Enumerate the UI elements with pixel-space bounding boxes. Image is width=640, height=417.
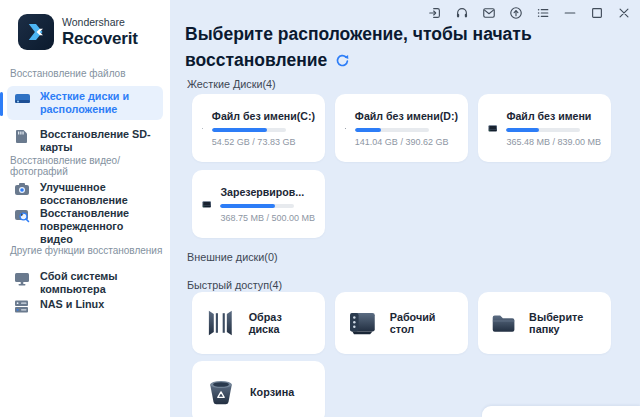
selected-indicator <box>0 92 3 116</box>
refresh-icon[interactable] <box>335 49 350 75</box>
drive-capacity: 368.75 MB / 500.00 MB <box>220 213 315 223</box>
hard-disks-section-label: Жесткие Диски(4) <box>187 78 276 90</box>
quick-access-label: Рабочий стол <box>390 311 456 335</box>
nas-server-icon <box>14 299 32 318</box>
quick-access-recycle-bin[interactable]: Корзина <box>192 361 325 417</box>
sidebar-item-label: Восстановление поврежденного видео <box>40 207 152 246</box>
recoverit-logo-icon <box>18 14 54 50</box>
sidebar-section-file-recovery: Восстановление файлов <box>10 68 125 79</box>
drive-card-c[interactable]: Файл без имени(C:) 54.52 GB / 73.83 GB <box>192 94 325 162</box>
drive-name: Файл без имени(C:) <box>212 110 315 122</box>
drive-usage-fill <box>220 204 275 208</box>
quick-access-label: Образ диска <box>249 311 313 335</box>
page-title: Выберите расположение, чтобы начать восс… <box>185 21 577 75</box>
drive-usage-bar <box>506 128 580 132</box>
sidebar-item-label: Жесткие диски и расположение <box>40 90 148 116</box>
sidebar-item-sd-card[interactable]: Восстановление SD-карты <box>7 124 163 158</box>
drive-capacity: 365.48 MB / 839.00 MB <box>506 137 601 147</box>
computer-icon <box>14 271 32 290</box>
hard-drive-icon <box>14 91 32 110</box>
brand-text: Wondershare Recoverit <box>62 17 138 48</box>
quick-access-label: Выберите папку <box>529 311 599 335</box>
page-title-text: Выберите расположение, чтобы начать восс… <box>185 24 532 70</box>
drive-name: Файл без имени <box>506 110 601 122</box>
drive-usage-fill <box>355 128 382 132</box>
quick-access-desktop[interactable]: Рабочий стол <box>335 292 468 354</box>
folder-icon <box>490 308 517 338</box>
external-disks-section-label: Внешние диски(0) <box>187 251 278 263</box>
brand-product: Recoverit <box>62 30 138 47</box>
drive-card-d[interactable]: Файл без имени(D:) 141.04 GB / 390.62 GB <box>335 94 468 162</box>
sidebar-item-video-repair[interactable]: Восстановление поврежденного видео <box>7 203 163 250</box>
app-logo: Wondershare Recoverit <box>18 14 138 50</box>
quick-access-label: Корзина <box>250 386 294 398</box>
sidebar-item-label: NAS и Linux <box>40 298 104 311</box>
drive-name: Зарезервиров... <box>220 186 315 198</box>
bottom-right-panel <box>482 406 640 417</box>
drive-icon <box>488 113 497 144</box>
sidebar: Wondershare Recoverit Восстановление фай… <box>0 0 170 417</box>
drive-usage-bar <box>355 128 429 132</box>
main-content: Выберите расположение, чтобы начать восс… <box>170 0 640 417</box>
drive-icon <box>345 113 346 144</box>
drive-card-reserved[interactable]: Зарезервиров... 368.75 MB / 500.00 MB <box>192 170 325 238</box>
quick-access-select-folder[interactable]: Выберите папку <box>478 292 611 354</box>
drive-usage-bar <box>212 128 286 132</box>
quick-access-section-label: Быстрый доступ(4) <box>187 279 282 291</box>
sidebar-section-video-photo: Восстановление видео/фотографий <box>10 155 170 177</box>
sidebar-item-hard-drives[interactable]: Жесткие диски и расположение <box>7 86 163 120</box>
sidebar-item-nas-linux[interactable]: NAS и Linux <box>7 294 163 322</box>
video-repair-icon <box>14 208 32 227</box>
brand-company: Wondershare <box>62 17 138 28</box>
sd-card-icon <box>14 129 32 148</box>
drive-capacity: 141.04 GB / 390.62 GB <box>355 137 458 147</box>
drive-capacity: 54.52 GB / 73.83 GB <box>212 137 315 147</box>
drive-name: Файл без имени(D:) <box>355 110 458 122</box>
drive-usage-fill <box>212 128 267 132</box>
sidebar-item-label: Восстановление SD-карты <box>40 128 159 154</box>
drive-card-unnamed[interactable]: Файл без имени 365.48 MB / 839.00 MB <box>478 94 611 162</box>
quick-access-disk-image[interactable]: Образ диска <box>192 292 325 354</box>
drive-usage-fill <box>506 128 539 132</box>
sidebar-section-other-functions: Другие функции восстановления <box>10 245 162 256</box>
desktop-icon <box>347 308 378 338</box>
drive-icon <box>202 189 211 220</box>
sidebar-item-label: Сбой системы компьютера <box>40 270 159 296</box>
camera-icon <box>14 182 32 200</box>
drive-usage-bar <box>220 204 294 208</box>
disk-image-icon <box>204 308 237 338</box>
recycle-bin-icon <box>204 377 238 407</box>
recoverit-window: Wondershare Recoverit Восстановление фай… <box>0 0 640 417</box>
drive-windows-icon <box>202 113 203 144</box>
